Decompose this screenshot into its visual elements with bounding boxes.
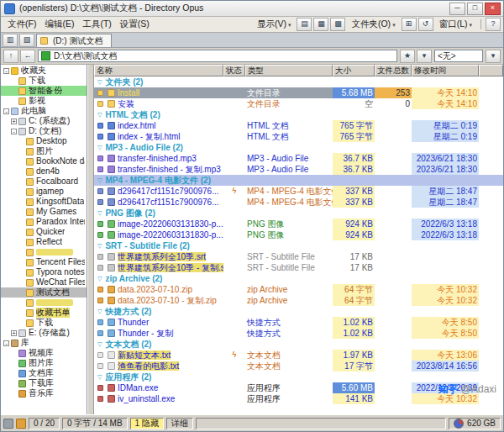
file-row[interactable]: index - 复制.htmlHTML 文档765 字节星期二 0:19 — [94, 131, 503, 142]
file-row[interactable]: 渔鱼看的电影.txt文本文档17 字节2023/8/14 16:56 — [94, 361, 503, 371]
menu-item[interactable]: 文件(F) — [3, 18, 40, 31]
tree-item[interactable]: Paradox Interacti... — [1, 217, 87, 227]
tree-item[interactable]: 图片 — [1, 146, 87, 156]
tree-item[interactable]: 下载 — [1, 318, 87, 328]
file-row[interactable]: data.2023-07-10 - 复制.zipzip Archive64 字节… — [94, 295, 503, 306]
tree-item[interactable]: 视频库 — [1, 348, 87, 358]
details-view-icon[interactable]: ▤ — [297, 18, 312, 31]
group-header[interactable]: ▽SRT - Subtitle File (2) — [94, 240, 503, 251]
tree-item[interactable]: -库 — [1, 338, 87, 348]
tree-item[interactable]: 智能备份 — [1, 86, 87, 96]
expand-toggle[interactable]: - — [3, 340, 9, 346]
menu-display[interactable]: 显示(V)▾ — [253, 18, 296, 31]
tree-item[interactable]: Reflect — [1, 237, 87, 247]
group-header[interactable]: ▽快捷方式 (2) — [94, 306, 503, 317]
file-row[interactable]: transfer-finished.mp3MP3 - Audio File36.… — [94, 153, 503, 164]
tree-item[interactable]: Focalboard — [1, 176, 87, 187]
tree-item[interactable]: 下载 — [1, 76, 87, 86]
up-icon[interactable]: ↑ — [3, 50, 18, 63]
column-header[interactable]: 修改时间 — [412, 65, 479, 76]
tree-item[interactable]: My Games — [1, 207, 87, 217]
tree-item[interactable]: WeChat Files — [1, 277, 87, 287]
refresh-icon[interactable]: ↺ — [418, 18, 433, 31]
tree-item[interactable]: +E: (存储盘) — [1, 328, 87, 338]
help-icon[interactable]: ? — [486, 18, 501, 31]
tree-item[interactable]: Tencent Files — [1, 257, 87, 267]
tree-item[interactable]: 下载库 — [1, 378, 87, 388]
tree-splitter[interactable] — [87, 65, 94, 414]
tree-item[interactable]: BookxNote data — [1, 156, 87, 166]
file-row[interactable]: 安装文件目录空0今天 14:10 — [94, 98, 503, 109]
menu-item[interactable]: 设置(S) — [116, 18, 154, 31]
group-header[interactable]: ▽文件夹 (2) — [94, 76, 503, 87]
file-row[interactable]: data.2023-07-10.zipzip Archive64 字节今天 10… — [94, 284, 503, 295]
tree-item[interactable] — [1, 298, 87, 308]
favorite-icon[interactable]: ★ — [400, 50, 415, 63]
tree-item[interactable]: Typora notes — [1, 267, 87, 277]
expand-toggle[interactable]: + — [11, 330, 17, 336]
file-row[interactable]: image-20220603131830-p...PNG 图像924 KB202… — [94, 229, 503, 240]
view-mode[interactable]: 详细 — [166, 418, 193, 429]
group-header[interactable]: ▽文本文档 (2) — [94, 339, 503, 350]
tree-item[interactable]: den4b — [1, 166, 87, 176]
group-header[interactable]: ▽HTML 文档 (2) — [94, 109, 503, 120]
file-row[interactable]: transfer-finished - 复制.mp3MP3 - Audio Fi… — [94, 164, 503, 175]
expand-toggle[interactable]: + — [11, 119, 17, 124]
menu-window[interactable]: 窗口(L)▾ — [435, 18, 476, 31]
expand-toggle[interactable]: - — [3, 68, 9, 74]
column-header[interactable]: 大小 — [333, 65, 375, 76]
back-icon[interactable]: ← — [20, 50, 35, 63]
thumbnails-view-icon[interactable]: ▩ — [330, 18, 345, 31]
menu-item[interactable]: 工具(T) — [78, 18, 115, 31]
tree-item[interactable]: 测试文档 — [1, 287, 87, 298]
close-button[interactable]: × — [485, 3, 501, 15]
menu-folders[interactable]: 文件夹(O)▾ — [347, 18, 399, 31]
tree-item[interactable]: 文档库 — [1, 368, 87, 378]
file-row[interactable]: Thunder快捷方式1.02 KB今天 8:50 — [94, 317, 503, 328]
group-header[interactable]: ▽MP3 - Audio File (2) — [94, 142, 503, 153]
column-header[interactable]: 状态 — [223, 65, 245, 76]
menu-item[interactable]: 编辑(E) — [40, 18, 78, 31]
tree-item[interactable]: 音乐库 — [1, 388, 87, 398]
file-row[interactable]: d296417cf1151c7900976...MP4 - MPEG-4 电影文… — [94, 197, 503, 208]
tree-item[interactable]: KingsoftData — [1, 197, 87, 207]
column-header[interactable]: 名称 — [94, 65, 223, 76]
group-header[interactable]: ▽PNG 图像 (2) — [94, 208, 503, 219]
filter-menu-icon[interactable]: ▾ — [486, 50, 501, 63]
expand-toggle[interactable]: - — [3, 108, 9, 114]
expand-toggle[interactable]: - — [11, 129, 17, 134]
tree-item[interactable]: Desktop — [1, 136, 87, 146]
tree-item[interactable]: 收藏书单 — [1, 308, 87, 318]
group-header[interactable]: ▽MP4 - MPEG-4 电影文件 (2) — [94, 175, 503, 186]
path-dropdown-icon[interactable]: ▾ — [417, 50, 432, 63]
tree-item[interactable] — [1, 247, 87, 257]
icons-view-icon[interactable]: ▦ — [313, 18, 328, 31]
tree-toggle-icon[interactable]: ▧ — [19, 34, 34, 47]
file-row[interactable]: index.htmlHTML 文档765 字节星期二 0:19 — [94, 120, 503, 131]
file-row[interactable]: Thunder - 复制快捷方式1.02 KB今天 8:50 — [94, 328, 503, 339]
minimize-button[interactable]: ─ — [449, 3, 465, 15]
tree-item[interactable]: 图片库 — [1, 358, 87, 368]
group-header[interactable]: ▽应用程序 (2) — [94, 371, 503, 382]
maximize-button[interactable]: □ — [467, 3, 483, 15]
tree-item[interactable]: +C: (系统盘) — [1, 116, 87, 126]
file-row[interactable]: 世界建筑系列全10季.srtSRT - Subtitle File17 KB — [94, 251, 503, 262]
path-field[interactable]: D:\文档\测试文档 — [38, 50, 397, 62]
tree-item[interactable]: 影视 — [1, 96, 87, 106]
file-row[interactable]: d296417cf1151c7900976...ϟMP4 - MPEG-4 电影… — [94, 186, 503, 197]
tree-item[interactable]: Quicker — [1, 227, 87, 237]
filter-dropdown[interactable]: <无> — [434, 50, 483, 62]
file-row[interactable]: image-20220603131830-p...PNG 图像924 KB202… — [94, 219, 503, 229]
file-row[interactable]: 新贴短文本.txtϟ文本文档1.97 KB今天 13:06 — [94, 350, 503, 361]
new-folder-icon[interactable]: ⊞ — [402, 18, 417, 31]
tree-item[interactable]: -收藏夹 — [1, 66, 87, 76]
folder-tab[interactable]: (D:) 测试文档 — [36, 34, 112, 47]
dual-display-icon[interactable]: ▥ — [3, 34, 18, 47]
tree-item[interactable]: -D: (文档) — [1, 126, 87, 136]
file-row[interactable]: 世界建筑系列全10季 - 复制.srtSRT - Subtitle File17… — [94, 262, 503, 273]
column-header[interactable]: 文件总数 — [375, 65, 412, 76]
tree-item[interactable]: -此电脑 — [1, 106, 87, 116]
group-header[interactable]: ▽zip Archive (2) — [94, 273, 503, 284]
file-row[interactable]: Install文件目录5.68 MB253今天 14:10 — [94, 87, 503, 98]
tree-item[interactable]: igamep — [1, 187, 87, 197]
